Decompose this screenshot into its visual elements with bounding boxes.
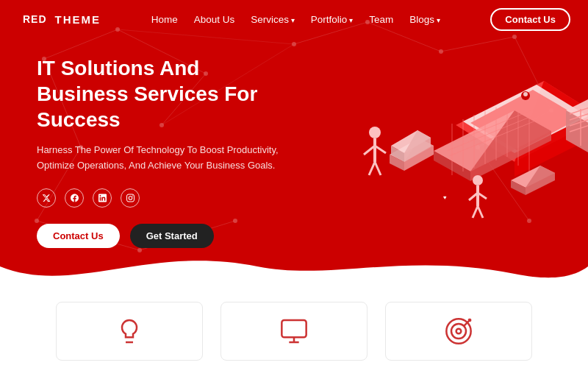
svg-line-91 [478, 206, 483, 218]
logo: RED THEME [18, 11, 101, 27]
social-icons [37, 188, 287, 208]
lightbulb-icon [115, 316, 144, 346]
get-started-button[interactable]: Get Started [130, 224, 214, 248]
hero-illustration: ♥ [279, 22, 588, 272]
nav-item-services[interactable]: Services [251, 13, 295, 26]
nav-item-about[interactable]: About Us [194, 13, 235, 26]
logo-red: RED [18, 11, 52, 27]
instagram-icon[interactable] [121, 188, 140, 208]
monitor-icon [279, 316, 309, 346]
hero-content: IT Solutions And Business Services For S… [37, 55, 287, 248]
svg-line-70 [369, 162, 375, 175]
svg-point-86 [473, 175, 483, 185]
svg-point-66 [369, 127, 381, 138]
navbar: RED THEME Home About Us Services Portfol… [0, 0, 588, 38]
nav-item-portfolio[interactable]: Portfolio [311, 13, 353, 26]
linkedin-icon[interactable] [93, 188, 112, 208]
card-target [385, 302, 532, 361]
nav-links: Home About Us Services Portfolio Team Bl… [151, 13, 440, 26]
svg-line-90 [473, 206, 478, 218]
facebook-icon[interactable] [65, 188, 84, 208]
svg-rect-92 [282, 320, 306, 337]
hero-section: RED THEME Home About Us Services Portfol… [0, 0, 588, 294]
twitter-icon[interactable] [37, 188, 56, 208]
card-idea [56, 302, 203, 361]
logo-theme: THEME [55, 13, 101, 26]
hero-buttons: Contact Us Get Started [37, 224, 287, 248]
hero-subtitle: Harness The Power Of Technology To Boost… [37, 143, 287, 174]
nav-item-home[interactable]: Home [151, 13, 178, 26]
svg-point-83 [523, 92, 528, 96]
hero-contact-button[interactable]: Contact Us [37, 224, 120, 248]
nav-item-team[interactable]: Team [369, 13, 393, 26]
target-icon [444, 316, 473, 346]
svg-line-69 [375, 146, 386, 153]
card-monitor [220, 302, 368, 361]
nav-item-blogs[interactable]: Blogs [409, 13, 440, 26]
hero-title: IT Solutions And Business Services For S… [37, 55, 287, 132]
nav-contact-button[interactable]: Contact Us [490, 8, 570, 31]
svg-line-68 [364, 146, 375, 155]
svg-text:♥: ♥ [443, 194, 447, 201]
svg-line-71 [375, 162, 381, 175]
svg-point-95 [456, 329, 462, 334]
cards-section [0, 294, 588, 368]
